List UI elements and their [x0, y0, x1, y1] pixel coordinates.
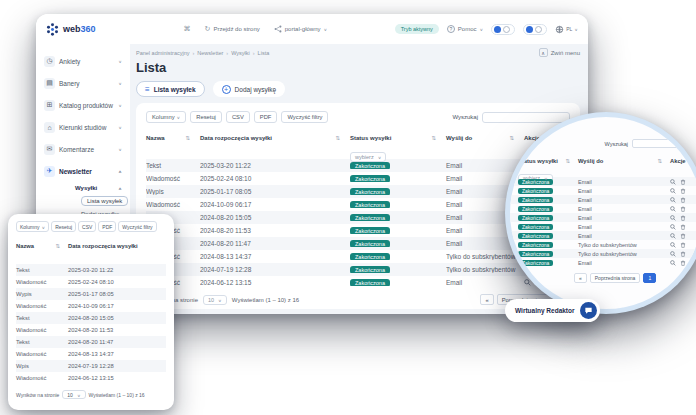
- preview-button[interactable]: [670, 251, 676, 257]
- sort-icon[interactable]: ⇅: [509, 135, 514, 141]
- preview-button[interactable]: [670, 197, 676, 203]
- language-selector[interactable]: PL ∨: [555, 25, 578, 34]
- table-row[interactable]: Zakończona Email: [506, 231, 696, 240]
- portal-selector[interactable]: portal-główny ∨: [274, 25, 327, 33]
- preview-button[interactable]: [670, 260, 676, 266]
- per-page-select[interactable]: 10∨: [203, 295, 227, 305]
- sidebar-item[interactable]: ✉ Komentarze ∨: [36, 138, 130, 160]
- table-row[interactable]: Zakończona Email: [506, 222, 696, 231]
- breadcrumb-item[interactable]: Newsletter: [190, 50, 224, 56]
- toolbar-button[interactable]: Wyczyść filtry ∨: [118, 221, 156, 232]
- preview-button[interactable]: [670, 188, 676, 194]
- delete-button[interactable]: [680, 251, 686, 257]
- table-row[interactable]: Wpis 2024-07-19 12:28: [16, 360, 166, 372]
- table-row[interactable]: Tekst 2024-08-20 11:47 Zakończona Email: [146, 237, 570, 250]
- theme-toggle[interactable]: [491, 24, 515, 35]
- table-row[interactable]: Tekst 2025-03-20 11:22: [16, 264, 166, 276]
- delete-button[interactable]: [680, 179, 686, 185]
- table-row[interactable]: Zakończona Email: [506, 258, 696, 267]
- search-input[interactable]: [482, 112, 570, 123]
- pagination-page-1[interactable]: 1: [643, 273, 656, 283]
- table-row[interactable]: Zakończona Email: [506, 186, 696, 195]
- column-header-data[interactable]: Data rozpoczęcia wysyłki: [68, 243, 138, 249]
- pagination-prev-button[interactable]: Poprzednia strona: [590, 273, 641, 283]
- column-header-data[interactable]: Data rozpoczęcia wysyłki: [200, 135, 272, 141]
- toolbar-button[interactable]: Resetuj ∨: [51, 221, 76, 232]
- sort-icon[interactable]: ⇅: [657, 158, 662, 164]
- sidebar-item[interactable]: ✈ Newsletter ∧: [36, 160, 130, 182]
- table-row[interactable]: Zakończona Email: [506, 177, 696, 186]
- delete-button[interactable]: [680, 188, 686, 194]
- delete-button[interactable]: [680, 233, 686, 239]
- table-row[interactable]: Wiadomość 2025-02-24 08:10 Zakończona Em…: [146, 172, 570, 185]
- toolbar-button[interactable]: Kolumny ∨: [16, 221, 49, 232]
- table-row[interactable]: Tekst 2024-08-20 11:47: [16, 336, 166, 348]
- search-input[interactable]: [632, 139, 684, 148]
- breadcrumb-item[interactable]: Panel administracyjny: [136, 50, 190, 56]
- breadcrumb-item[interactable]: Wysyłki: [223, 50, 249, 56]
- table-row[interactable]: Wiadomość 2024-08-13 14:37 Zakończona Ty…: [146, 250, 570, 263]
- delete-button[interactable]: [680, 260, 686, 266]
- per-page-select[interactable]: 10∨: [62, 390, 85, 399]
- table-row[interactable]: Wiadomość 2025-02-24 08:10: [16, 276, 166, 288]
- toolbar-button[interactable]: PDF ∨: [254, 111, 278, 123]
- sidebar-item[interactable]: Wysyłki ∧: [36, 182, 130, 194]
- delete-button[interactable]: [680, 215, 686, 221]
- delete-button[interactable]: [680, 242, 686, 248]
- virtual-editor-button[interactable]: Wirtualny Redaktor: [505, 299, 600, 322]
- tab-lista-wysylek[interactable]: ≡ Lista wysyłek: [136, 81, 205, 97]
- preview-button[interactable]: [670, 233, 676, 239]
- preview-button[interactable]: [670, 179, 676, 185]
- preview-button[interactable]: [670, 242, 676, 248]
- pagination-first-button[interactable]: «: [574, 273, 587, 283]
- sort-icon[interactable]: ⇅: [185, 135, 190, 141]
- delete-button[interactable]: [680, 197, 686, 203]
- accessibility-toggle[interactable]: [523, 24, 547, 35]
- preview-button[interactable]: [670, 224, 676, 230]
- go-to-site-link[interactable]: ↻ Przejdź do strony: [205, 25, 260, 33]
- status-filter-select[interactable]: wybierz∨: [350, 152, 386, 162]
- table-row[interactable]: Wiadomość 2024-08-13 14:37: [16, 348, 166, 360]
- sidebar-item[interactable]: ◷ Ankiety ∨: [36, 50, 130, 72]
- table-row[interactable]: Wiadomość 2024-10-09 06:17: [16, 300, 166, 312]
- table-row[interactable]: Zakończona Tylko do subskrybentów: [506, 240, 696, 249]
- sidebar-item[interactable]: ⊞ Katalog produktów ∨: [36, 94, 130, 116]
- preview-button[interactable]: [670, 206, 676, 212]
- table-row[interactable]: Zakończona Email: [506, 204, 696, 213]
- table-row[interactable]: Tekst 2024-08-20 15:05: [16, 312, 166, 324]
- table-row[interactable]: Wiadomość 2024-06-12 13:15 Zakończona Em…: [146, 276, 570, 289]
- table-row[interactable]: Wiadomość 2024-08-20 11:53: [16, 324, 166, 336]
- table-row[interactable]: Wiadomość 2024-06-12 13:15: [16, 372, 166, 384]
- pagination-first-button[interactable]: «: [480, 294, 493, 305]
- table-row[interactable]: Zakończona Email: [506, 213, 696, 222]
- sidebar-item[interactable]: ⌂ Kierunki studiów ∨: [36, 116, 130, 138]
- table-row[interactable]: Wypis 2025-01-17 08:05: [16, 288, 166, 300]
- collapse-menu-button[interactable]: ∧ Zwiń menu: [539, 48, 580, 57]
- sort-icon[interactable]: ⇅: [565, 158, 570, 164]
- preview-button[interactable]: [670, 215, 676, 221]
- delete-button[interactable]: [680, 206, 686, 212]
- table-row[interactable]: Zakończona Email: [506, 195, 696, 204]
- toolbar-button[interactable]: PDF ∨: [98, 221, 116, 232]
- help-menu[interactable]: ? Pomoc ∨: [447, 25, 483, 33]
- shortcut-icon[interactable]: ⌘: [184, 25, 191, 33]
- column-header-nazwa[interactable]: Nazwa: [16, 243, 34, 249]
- table-row[interactable]: Zakończona Tylko do subskrybentów: [506, 249, 696, 258]
- table-row[interactable]: Wpis 2024-07-19 12:28 Zakończona Tylko d…: [146, 263, 570, 276]
- column-header-status[interactable]: Status wysyłki: [518, 158, 558, 164]
- column-header-nazwa[interactable]: Nazwa: [146, 135, 165, 141]
- toolbar-button[interactable]: Wyczyść filtry ∨: [281, 111, 328, 123]
- sort-icon[interactable]: ⇅: [335, 135, 340, 141]
- breadcrumb-item[interactable]: Lista: [250, 50, 269, 56]
- brand-logo[interactable]: web360: [46, 23, 96, 36]
- toolbar-button[interactable]: CSV ∨: [78, 221, 96, 232]
- toolbar-button[interactable]: CSV ∨: [226, 111, 250, 123]
- sidebar-item[interactable]: Lista wysyłek: [36, 194, 130, 207]
- tab-dodaj-wysylke[interactable]: + Dodaj wysyłkę: [213, 81, 286, 97]
- column-header-status[interactable]: Status wysyłki: [350, 135, 391, 141]
- column-header-wyslij-do[interactable]: Wyślij do: [578, 158, 603, 164]
- toolbar-button[interactable]: Kolumny ∨: [146, 111, 186, 123]
- sidebar-item[interactable]: ▤ Banery ∨: [36, 72, 130, 94]
- delete-button[interactable]: [680, 224, 686, 230]
- column-header-wyslij-do[interactable]: Wyślij do: [446, 135, 472, 141]
